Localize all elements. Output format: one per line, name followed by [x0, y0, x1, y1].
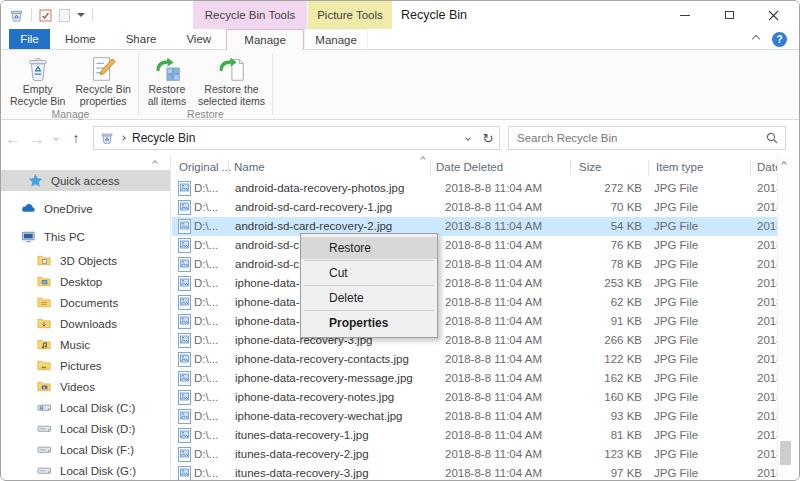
file-date: 2018	[757, 426, 777, 445]
file-item-type: JPG File	[654, 369, 748, 388]
back-button[interactable]: ←	[1, 130, 25, 147]
file-row[interactable]: D:\... iphone-data-recovery-message.jpg …	[172, 369, 777, 388]
file-date: 2018	[757, 255, 777, 274]
file-date-deleted: 2018-8-8 11:04 AM	[445, 236, 570, 255]
jpg-file-icon	[178, 371, 191, 386]
tab-manage-recycle-bin-tools[interactable]: Manage	[226, 29, 304, 50]
help-icon[interactable]: ?	[772, 32, 787, 47]
file-row[interactable]: D:\... iphone-data-recovery-wechat.jpg 2…	[172, 407, 777, 426]
recent-locations-icon[interactable]	[49, 136, 63, 140]
tab-file[interactable]: File	[9, 29, 50, 49]
close-button[interactable]	[751, 1, 795, 29]
qat-newfolder-icon[interactable]	[59, 9, 70, 22]
column-divider[interactable]	[648, 160, 649, 175]
context-menu-item-properties[interactable]: Properties	[301, 312, 437, 334]
file-row[interactable]: D:\... iphone-data- 2018-8-8 11:04 AM 25…	[172, 274, 777, 293]
breadcrumb-location[interactable]: Recycle Bin	[132, 131, 195, 145]
empty-recycle-bin-button[interactable]: Empty Recycle Bin	[5, 53, 70, 108]
refresh-icon[interactable]: ↻	[477, 131, 499, 146]
vertical-scrollbar[interactable]	[777, 156, 792, 480]
file-row[interactable]: D:\... iphone-data-recovery-notes.jpg 20…	[172, 388, 777, 407]
search-icon[interactable]	[766, 132, 778, 144]
picture-tools-header[interactable]: Picture Tools	[308, 1, 392, 29]
restore-selected-items-button[interactable]: Restore the selected items	[193, 53, 270, 108]
column-header-name[interactable]: Name	[234, 161, 265, 173]
qat-customize-icon[interactable]	[77, 13, 85, 17]
file-row[interactable]: D:\... iphone-data- 2018-8-8 11:04 AM 62…	[172, 293, 777, 312]
jpg-file-icon	[178, 409, 191, 424]
sidebar-item-downloads[interactable]: Downloads	[1, 313, 170, 334]
column-header-date[interactable]: Date	[757, 161, 777, 173]
jpg-file-icon	[178, 428, 191, 443]
disk-icon	[37, 421, 52, 436]
column-divider[interactable]	[750, 160, 751, 175]
file-size: 54 KB	[570, 217, 642, 236]
file-row[interactable]: D:\... android-sd-card-recovery-1.jpg 20…	[172, 198, 777, 217]
column-header-size[interactable]: Size	[579, 161, 601, 173]
sidebar-item-local-disk-d[interactable]: Local Disk (D:)	[1, 418, 170, 439]
tab-share[interactable]: Share	[111, 29, 172, 49]
file-date-deleted: 2018-8-8 11:04 AM	[445, 179, 570, 198]
sidebar-item-documents[interactable]: Documents	[1, 292, 170, 313]
file-date: 2018	[757, 198, 777, 217]
file-row[interactable]: D:\... itunes-data-recovery-2.jpg 2018-8…	[172, 445, 777, 464]
tab-view[interactable]: View	[171, 29, 226, 49]
address-dropdown-icon[interactable]	[459, 136, 477, 140]
sidebar-item-3d-objects[interactable]: 3D Objects	[1, 250, 170, 271]
file-row[interactable]: D:\... iphone-data- 2018-8-8 11:04 AM 91…	[172, 312, 777, 331]
sidebar-item-onedrive[interactable]: OneDrive	[1, 198, 170, 219]
app-recycle-bin-icon[interactable]	[9, 8, 24, 23]
sidebar-item-quick-access[interactable]: Quick access	[1, 170, 170, 191]
file-row[interactable]: D:\... iphone-data-recovery-contacts.jpg…	[172, 350, 777, 369]
explorer-window: Recycle Bin Tools Picture Tools Recycle …	[0, 0, 800, 481]
jpg-file-icon	[178, 333, 191, 348]
column-divider[interactable]	[228, 160, 229, 175]
sidebar-item-pictures[interactable]: Pictures	[1, 355, 170, 376]
scrollbar-up-icon[interactable]	[781, 161, 787, 167]
column-header-date-deleted[interactable]: Date Deleted	[436, 161, 503, 173]
breadcrumb-chevron-icon[interactable]	[120, 135, 126, 141]
context-menu-item-cut[interactable]: Cut	[301, 262, 437, 284]
restore-all-items-button[interactable]: Restore all items	[141, 53, 193, 108]
file-original-location: D:\...	[194, 445, 230, 464]
sidebar-item-local-disk-c[interactable]: Local Disk (C:)	[1, 397, 170, 418]
recycle-bin-tools-header[interactable]: Recycle Bin Tools	[193, 1, 307, 29]
tab-home[interactable]: Home	[50, 29, 111, 49]
column-header-item-type[interactable]: Item type	[656, 161, 703, 173]
context-menu-item-delete[interactable]: Delete	[301, 287, 437, 309]
sidebar-item-music[interactable]: Music	[1, 334, 170, 355]
up-button[interactable]: ↑	[63, 130, 89, 146]
sidebar-item-desktop[interactable]: Desktop	[1, 271, 170, 292]
forward-button[interactable]: →	[25, 130, 49, 147]
breadcrumb[interactable]: Recycle Bin ↻	[93, 126, 500, 150]
context-menu-item-restore[interactable]: Restore	[301, 237, 437, 259]
maximize-button[interactable]	[707, 1, 751, 29]
tab-manage-picture-tools[interactable]: Manage	[304, 29, 368, 49]
file-row[interactable]: D:\... itunes-data-recovery-1.jpg 2018-8…	[172, 426, 777, 445]
jpg-file-icon	[178, 200, 191, 215]
sidebar-scroll-up-icon[interactable]	[152, 160, 158, 166]
search-input[interactable]	[509, 132, 766, 144]
column-header-original-location[interactable]: Original ...	[179, 161, 231, 173]
jpg-file-icon	[178, 295, 191, 310]
column-divider[interactable]	[570, 160, 571, 175]
file-row[interactable]: D:\... android-sd-card-recovery-2.jpg 20…	[172, 217, 777, 236]
minimize-button[interactable]	[663, 1, 707, 29]
file-row[interactable]: D:\... iphone-data-recovery-3.jpg 2018-8…	[172, 331, 777, 350]
sidebar-item-this-pc[interactable]: This PC	[1, 226, 170, 247]
file-row[interactable]: D:\... android-sd-c 2018-8-8 11:04 AM 76…	[172, 236, 777, 255]
file-row[interactable]: D:\... android-sd-c 2018-8-8 11:04 AM 78…	[172, 255, 777, 274]
column-divider[interactable]	[430, 160, 431, 175]
breadcrumb-recycle-bin-icon	[100, 131, 114, 145]
recycle-bin-properties-button[interactable]: Recycle Bin properties	[70, 53, 135, 108]
file-row[interactable]: D:\... android-data-recovery-photos.jpg …	[172, 179, 777, 198]
file-date-deleted: 2018-8-8 11:04 AM	[445, 274, 570, 293]
scrollbar-thumb[interactable]	[780, 441, 791, 465]
collapse-ribbon-icon[interactable]	[752, 35, 760, 43]
column-headers: Original ... Name Date Deleted Size Item…	[172, 156, 777, 179]
sidebar-item-local-disk-f[interactable]: Local Disk (F:)	[1, 439, 170, 460]
file-row[interactable]: D:\... itunes-data-recovery-3.jpg 2018-8…	[172, 464, 777, 480]
sidebar-item-local-disk-g[interactable]: Local Disk (G:)	[1, 460, 170, 481]
sidebar-item-videos[interactable]: Videos	[1, 376, 170, 397]
qat-properties-icon[interactable]	[39, 9, 52, 22]
